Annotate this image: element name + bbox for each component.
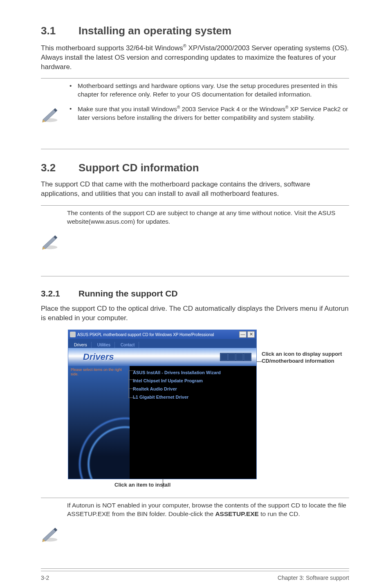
callout-bottom-line bbox=[163, 478, 163, 488]
section-3-2-title: Support CD information bbox=[78, 162, 199, 174]
driver-item-chipset[interactable]: Intel Chipset Inf Update Program bbox=[133, 377, 253, 385]
note-3-1-item-1: Motherboard settings and hardware option… bbox=[66, 82, 349, 99]
section-3-2-body: The support CD that came with the mother… bbox=[41, 180, 349, 199]
driver-item-ethernet[interactable]: L1 Gigabit Ethernet Driver bbox=[133, 393, 253, 401]
banner-disc-icon[interactable] bbox=[220, 353, 228, 361]
driver-item-installall[interactable]: ASUS InstAll - Drivers Installation Wiza… bbox=[133, 368, 253, 377]
callout-right-line bbox=[257, 361, 262, 362]
callout-right-text: Click an icon to display support CD/moth… bbox=[262, 351, 360, 365]
section-3-2-heading: 3.2Support CD information bbox=[41, 162, 349, 174]
section-3-1-title: Installing an operating system bbox=[78, 25, 231, 37]
pencil-note-icon bbox=[41, 211, 59, 273]
item-callout-bracket bbox=[128, 368, 137, 405]
banner-icons-group bbox=[220, 353, 251, 361]
section-3-1-body: This motherboard supports 32/64-bit Wind… bbox=[41, 43, 349, 72]
banner-mb-icon[interactable] bbox=[236, 353, 243, 361]
driver-list-pane: ASUS InstAll - Drivers Installation Wiza… bbox=[130, 366, 256, 479]
section-3-2-1-num: 3.2.1 bbox=[41, 289, 78, 298]
window-titlebar: ASUS P5KPL motherboard support CD for Wi… bbox=[68, 330, 256, 339]
left-pane: Please select items on the right side. bbox=[68, 366, 130, 479]
tab-bar: Drivers Utilities Contact bbox=[68, 339, 256, 348]
banner-list-icon[interactable] bbox=[244, 353, 251, 361]
note-3-2-text: The contents of the support CD are subje… bbox=[66, 209, 349, 226]
window-close-button[interactable]: ✕ bbox=[247, 331, 255, 338]
note-3-1-item-2: Make sure that you install Windows® 2003… bbox=[66, 105, 349, 122]
content-area: Please select items on the right side. A… bbox=[68, 366, 256, 479]
section-3-1-heading: 3.1Installing an operating system bbox=[41, 25, 349, 37]
decorative-swoosh bbox=[68, 405, 130, 479]
pencil-note-icon bbox=[41, 84, 59, 146]
footer-page-num: 3-2 bbox=[41, 575, 49, 581]
pencil-note-icon bbox=[41, 504, 59, 565]
note-block-autorun: If Autorun is NOT enabled in your comput… bbox=[41, 498, 349, 569]
window-app-icon bbox=[70, 332, 76, 337]
section-3-2-1-heading: 3.2.1Running the support CD bbox=[41, 289, 349, 298]
screenshot-figure: ASUS P5KPL motherboard support CD for Wi… bbox=[68, 330, 379, 479]
window-minimize-button[interactable]: — bbox=[239, 331, 247, 338]
note-block-3-1: Motherboard settings and hardware option… bbox=[41, 78, 349, 149]
tab-drivers[interactable]: Drivers bbox=[70, 342, 92, 348]
tab-contact[interactable]: Contact bbox=[117, 342, 139, 348]
tab-utilities[interactable]: Utilities bbox=[93, 342, 115, 348]
footer-chapter: Chapter 3: Software support bbox=[278, 575, 349, 581]
banner-info-icon[interactable] bbox=[228, 353, 235, 361]
autorun-note-text: If Autorun is NOT enabled in your comput… bbox=[66, 501, 349, 518]
section-3-1-num: 3.1 bbox=[41, 25, 78, 37]
page-footer: 3-2 Chapter 3: Software support bbox=[41, 571, 349, 581]
driver-item-audio[interactable]: Realtek Audio Driver bbox=[133, 385, 253, 393]
section-3-2-num: 3.2 bbox=[41, 162, 78, 174]
banner-area: Drivers bbox=[68, 348, 256, 366]
support-cd-window: ASUS P5KPL motherboard support CD for Wi… bbox=[68, 330, 257, 479]
callout-bottom-text: Click an item to install bbox=[114, 482, 349, 488]
note-block-3-2: The contents of the support CD are subje… bbox=[41, 205, 349, 276]
banner-title: Drivers bbox=[83, 352, 114, 362]
section-3-2-1-body: Place the support CD to the optical driv… bbox=[41, 304, 349, 323]
window-title: ASUS P5KPL motherboard support CD for Wi… bbox=[77, 332, 214, 337]
left-prompt: Please select items on the right side. bbox=[68, 366, 130, 378]
section-3-2-1-title: Running the support CD bbox=[78, 289, 178, 298]
